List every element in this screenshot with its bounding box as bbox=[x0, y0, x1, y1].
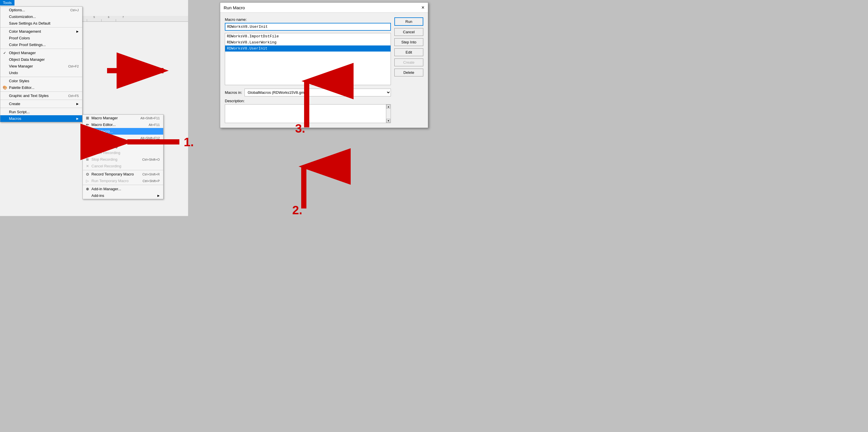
menu-item-options[interactable]: Options... Ctrl+J bbox=[0, 7, 82, 13]
tools-dropdown-menu: Options... Ctrl+J Customization... Save … bbox=[0, 6, 83, 122]
macro-editor-icon: ✏ bbox=[85, 122, 90, 127]
dialog-body: Macro name: RDWorksV8.ImportDstFile RDWo… bbox=[220, 13, 428, 128]
cancel-recording-icon: ✕ bbox=[85, 164, 90, 169]
start-recording-icon: ● bbox=[85, 144, 90, 148]
addin-manager-icon: ⊕ bbox=[85, 187, 90, 192]
menu-separator-2 bbox=[0, 49, 82, 49]
dialog-titlebar: Run Macro × bbox=[220, 3, 428, 13]
dialog-title: Run Macro bbox=[224, 5, 245, 10]
menu-item-save-settings[interactable]: Save Settings As Default bbox=[0, 20, 82, 27]
submenu-run-temp-macro: ▷ Run Temporary Macro Ctrl+Shift+P bbox=[83, 177, 163, 184]
stop-recording-icon: ⏹ bbox=[85, 157, 90, 162]
scrollbar-up-btn[interactable]: ▲ bbox=[386, 105, 390, 109]
menu-item-object-data-manager[interactable]: Object Data Manager bbox=[0, 56, 82, 63]
submenu-sep-2 bbox=[83, 170, 163, 170]
description-textarea[interactable] bbox=[225, 104, 386, 123]
submenu-run-macro[interactable]: ▶ Run Macro... bbox=[83, 128, 163, 135]
submenu-addins[interactable]: Add-ins ▶ bbox=[83, 192, 163, 199]
submenu-stop-recording: ⏹ Stop Recording Ctrl+Shift+O bbox=[83, 156, 163, 163]
list-item-laserworking[interactable]: RDWorksV8.LaserWorking bbox=[225, 39, 391, 46]
submenu-macro-manager[interactable]: ⊞ Macro Manager Alt+Shift+F11 bbox=[83, 115, 163, 121]
macros-in-select[interactable]: GlobalMacros (RDWorks15V8.gms) bbox=[245, 89, 391, 96]
menu-separator-1 bbox=[0, 27, 82, 28]
menu-item-color-proof-settings[interactable]: Color Proof Settings... bbox=[0, 41, 82, 48]
submenu-vsta-editor[interactable]: ⚙ VSTA Editor... Alt+Shift+F12 bbox=[83, 135, 163, 141]
run-macro-dialog: Run Macro × Macro name: RDWorksV8.Import… bbox=[220, 2, 428, 128]
record-temp-icon: ⊙ bbox=[85, 172, 90, 177]
menu-item-create[interactable]: Create ▶ bbox=[0, 100, 82, 107]
description-wrapper: ▲ ▼ bbox=[225, 104, 391, 123]
menu-item-customization[interactable]: Customization... bbox=[0, 13, 82, 20]
menu-item-proof-colors[interactable]: Proof Colors bbox=[0, 35, 82, 41]
menu-separator-6 bbox=[0, 108, 82, 108]
ruler-mark-6: 6 bbox=[101, 19, 116, 22]
menu-item-graphic-text-styles[interactable]: Graphic and Text Styles Ctrl+F5 bbox=[0, 92, 82, 99]
menu-item-palette-editor[interactable]: 🎨 Palette Editor... bbox=[0, 84, 82, 91]
run-macro-icon: ▶ bbox=[85, 129, 90, 134]
scrollbar-down-btn[interactable]: ▼ bbox=[386, 119, 390, 123]
submenu-sep-1 bbox=[83, 142, 163, 142]
run-button[interactable]: Run bbox=[394, 18, 423, 26]
palette-icon: 🎨 bbox=[3, 85, 7, 90]
macro-manager-icon: ⊞ bbox=[85, 116, 90, 120]
submenu-cancel-recording: ✕ Cancel Recording bbox=[83, 163, 163, 169]
macro-list[interactable]: RDWorksV8.ImportDstFile RDWorksV8.LaserW… bbox=[225, 33, 391, 85]
submenu-record-temp-macro[interactable]: ⊙ Record Temporary Macro Ctrl+Shift+R bbox=[83, 171, 163, 177]
menu-item-view-manager[interactable]: View Manager Ctrl+F2 bbox=[0, 63, 82, 69]
run-temp-icon: ▷ bbox=[85, 179, 90, 183]
dialog-main-panel: Macro name: RDWorksV8.ImportDstFile RDWo… bbox=[225, 18, 391, 123]
description-section: Description: ▲ ▼ bbox=[225, 99, 391, 123]
menu-item-color-management[interactable]: Color Management ▶ bbox=[0, 28, 82, 35]
dialog-close-button[interactable]: × bbox=[421, 5, 425, 10]
ruler-mark-5: 5 bbox=[87, 19, 101, 22]
dialog-buttons-panel: Run Cancel Step Into Edit Create Delete bbox=[394, 18, 423, 123]
menu-item-color-styles[interactable]: Color Styles bbox=[0, 78, 82, 84]
macros-submenu: ⊞ Macro Manager Alt+Shift+F11 ✏ Macro Ed… bbox=[83, 114, 163, 199]
menu-item-macros[interactable]: Macros ▶ bbox=[0, 115, 82, 122]
submenu-start-recording[interactable]: ● Start Recording bbox=[83, 143, 163, 149]
vsta-editor-icon: ⚙ bbox=[85, 136, 90, 140]
svg-text:2.: 2. bbox=[292, 203, 302, 216]
menu-item-run-script[interactable]: Run Script... bbox=[0, 109, 82, 115]
menu-separator-5 bbox=[0, 99, 82, 100]
delete-button[interactable]: Delete bbox=[394, 68, 423, 77]
list-item-importdst[interactable]: RDWorksV8.ImportDstFile bbox=[225, 33, 391, 39]
macros-in-row: Macros in: GlobalMacros (RDWorks15V8.gms… bbox=[225, 89, 391, 96]
submenu-macro-editor[interactable]: ✏ Macro Editor... Alt+F11 bbox=[83, 121, 163, 128]
description-label: Description: bbox=[225, 99, 391, 103]
menu-separator-4 bbox=[0, 91, 82, 92]
cancel-button[interactable]: Cancel bbox=[394, 28, 423, 36]
menu-item-undo[interactable]: Undo bbox=[0, 69, 82, 76]
submenu-sep-3 bbox=[83, 185, 163, 185]
macro-name-input[interactable] bbox=[225, 23, 391, 31]
pause-recording-icon: ⏸ bbox=[85, 150, 90, 155]
edit-button[interactable]: Edit bbox=[394, 48, 423, 56]
ruler-mark-7: 7 bbox=[116, 19, 130, 22]
submenu-pause-recording: ⏸ Pause Recording bbox=[83, 149, 163, 156]
menu-item-object-manager[interactable]: Object Manager bbox=[0, 50, 82, 56]
description-scrollbar: ▲ ▼ bbox=[386, 104, 391, 123]
macro-name-label: Macro name: bbox=[225, 18, 391, 22]
list-item-userinit[interactable]: RDWorksV8.UserInit bbox=[225, 46, 391, 52]
step-into-button[interactable]: Step Into bbox=[394, 38, 423, 46]
create-button[interactable]: Create bbox=[394, 58, 423, 66]
macros-in-label: Macros in: bbox=[225, 90, 242, 95]
tools-menu-item[interactable]: Tools bbox=[0, 0, 14, 5]
menu-bar: Tools bbox=[0, 0, 52, 6]
submenu-addin-manager[interactable]: ⊕ Add-in Manager... bbox=[83, 185, 163, 192]
